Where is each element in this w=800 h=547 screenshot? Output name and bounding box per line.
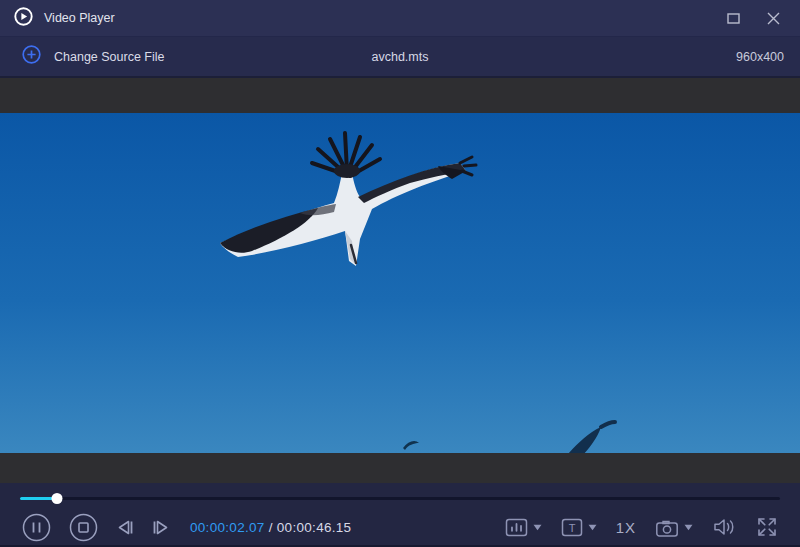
audio-track-button[interactable]	[503, 515, 544, 540]
add-circle-icon	[22, 45, 41, 68]
video-scene-bird-in-sky	[0, 113, 800, 453]
fullscreen-expand-icon	[756, 516, 778, 538]
current-time: 00:00:02.07	[190, 520, 265, 535]
video-frame	[0, 113, 800, 453]
letterbox-top	[0, 78, 800, 113]
app-play-icon	[14, 7, 33, 30]
source-toolbar: Change Source File avchd.mts 960x400	[0, 37, 800, 78]
playback-controlbar: 00:00:02.07 / 00:00:46.15	[0, 483, 800, 547]
snapshot-button[interactable]	[653, 515, 695, 540]
source-resolution: 960x400	[736, 50, 784, 64]
maximize-button[interactable]	[718, 5, 748, 31]
subtitle-button[interactable]: T	[559, 515, 599, 540]
close-button[interactable]	[758, 5, 788, 31]
total-time: 00:00:46.15	[277, 520, 352, 535]
change-source-label: Change Source File	[54, 50, 164, 64]
volume-button[interactable]	[710, 514, 739, 540]
chevron-down-icon	[588, 524, 597, 531]
chevron-down-icon	[533, 524, 542, 531]
time-separator: /	[269, 520, 273, 535]
fullscreen-button[interactable]	[754, 514, 780, 540]
camera-icon	[655, 517, 679, 538]
time-display: 00:00:02.07 / 00:00:46.15	[190, 520, 351, 535]
chevron-down-icon	[684, 524, 693, 531]
step-backward-button[interactable]	[112, 514, 139, 541]
change-source-button[interactable]: Change Source File	[22, 45, 164, 68]
video-player-window: Video Player Change Sour	[0, 0, 800, 547]
video-display-area[interactable]	[0, 78, 800, 483]
titlebar: Video Player	[0, 0, 800, 37]
speaker-icon	[712, 516, 737, 538]
stop-button[interactable]	[67, 511, 100, 544]
progress-thumb[interactable]	[52, 493, 63, 504]
playback-speed-label: 1X	[616, 519, 636, 536]
app-title: Video Player	[44, 11, 115, 25]
playback-speed-button[interactable]: 1X	[614, 517, 638, 538]
subtitle-icon: T	[561, 517, 583, 538]
svg-text:T: T	[568, 522, 575, 534]
letterbox-bottom	[0, 453, 800, 483]
audio-track-icon	[505, 517, 528, 538]
pause-button[interactable]	[20, 511, 53, 544]
progress-track[interactable]	[20, 497, 780, 500]
step-forward-button[interactable]	[147, 514, 174, 541]
